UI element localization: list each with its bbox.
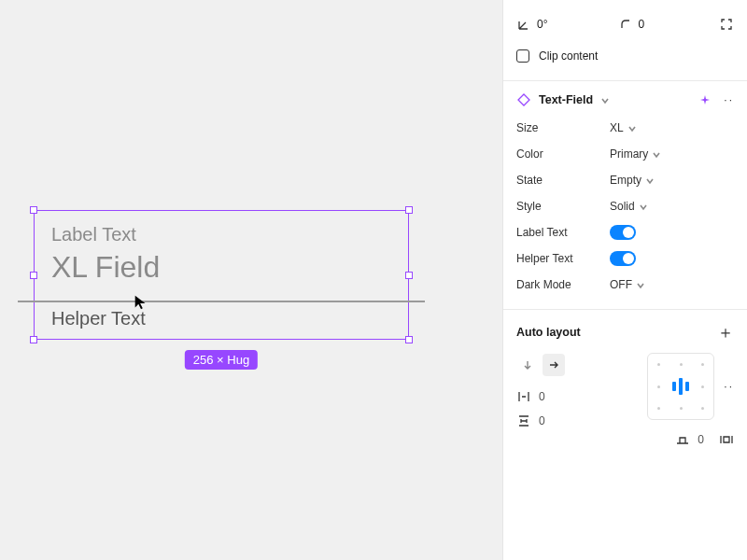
autolayout-title: Auto layout [516,326,581,339]
gap-horizontal-field[interactable]: 0 [516,409,634,433]
prop-color-label: Color [516,147,600,161]
sparkle-icon[interactable] [698,92,712,107]
alignment-grid[interactable] [647,353,714,420]
rotation-field[interactable]: 0° [516,17,599,32]
clip-content-row[interactable]: Clip content [516,43,734,69]
prop-size-label: Size [516,121,600,134]
corner-radius-value: 0 [639,18,645,31]
prop-state-value[interactable]: Empty [610,174,734,187]
prop-label-text-label: Label Text [516,226,600,239]
gap-vertical-field[interactable]: 0 [516,385,634,409]
resize-handle-br[interactable] [405,336,413,343]
transform-section: 0° 0 Clip content [503,0,747,81]
direction-vertical-button[interactable] [516,354,539,376]
field-helper: Helper Text [51,308,391,329]
chevron-down-icon [639,202,648,211]
resize-handle-ml[interactable] [30,272,37,279]
selection-size-badge: 256 × Hug [185,350,258,370]
padding-icon [675,432,690,447]
field-value: XL Field [51,251,391,284]
prop-dark-mode-label: Dark Mode [516,278,600,291]
chevron-down-icon [627,123,637,133]
design-canvas[interactable]: Label Text XL Field Helper Text 256 × Hu… [0,0,502,560]
gap-horizontal-value: 0 [539,414,545,427]
padding-field[interactable]: 0 [675,432,704,447]
chevron-down-icon [652,149,661,159]
inspector-panel: 0° 0 Clip content Text-Field [502,0,747,560]
autolayout-more-icon[interactable]: ·· [724,380,734,393]
angle-icon [516,17,531,32]
corner-radius-icon [618,17,633,32]
clip-content-checkbox[interactable] [516,49,529,63]
gap-vertical-value: 0 [539,390,545,403]
chevron-down-icon[interactable] [600,95,610,105]
selection-frame[interactable]: Label Text XL Field Helper Text 256 × Hu… [34,210,409,340]
autolayout-section: Auto layout ＋ [503,310,747,463]
prop-dark-mode-value[interactable]: OFF [610,278,734,291]
alignment-center-icon [672,378,689,395]
component-section: Text-Field ·· Size XL Color Primary [503,81,747,310]
prop-label-text-toggle[interactable] [610,225,636,240]
prop-state-label: State [516,174,600,187]
prop-helper-text-toggle[interactable] [610,251,636,266]
component-name[interactable]: Text-Field [539,93,593,106]
component-icon [516,92,531,107]
corner-radius-field[interactable]: 0 [618,17,701,32]
chevron-down-icon [636,280,645,289]
prop-color-value[interactable]: Primary [610,147,734,161]
resize-handle-tl[interactable] [30,206,37,214]
prop-style-value[interactable]: Solid [610,200,734,213]
resize-handle-tr[interactable] [405,206,413,214]
field-label: Label Text [51,224,391,245]
prop-style-label: Style [516,200,600,213]
gap-vertical-icon [516,389,531,404]
padding-value: 0 [698,433,704,446]
rotation-value: 0° [537,18,547,31]
direction-horizontal-button[interactable] [543,354,565,376]
resize-handle-bl[interactable] [30,336,37,343]
gap-horizontal-icon [516,413,531,428]
more-icon[interactable]: ·· [724,93,734,106]
expand-corners-icon[interactable] [719,17,734,32]
resize-handle-mr[interactable] [405,272,413,279]
text-field-component[interactable]: Label Text XL Field [35,211,408,301]
padding-sides-icon[interactable] [719,432,734,447]
add-autolayout-icon[interactable]: ＋ [717,321,734,343]
chevron-down-icon [645,175,655,185]
prop-size-value[interactable]: XL [610,121,734,134]
prop-helper-text-label: Helper Text [516,252,600,265]
clip-content-label: Clip content [539,49,598,63]
